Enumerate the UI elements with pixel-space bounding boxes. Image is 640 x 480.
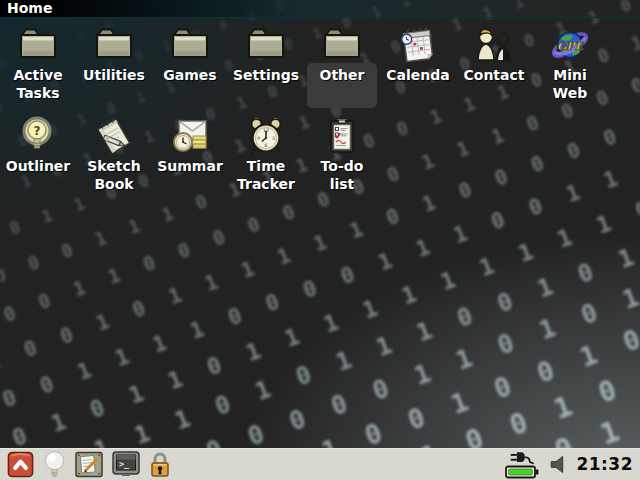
terminal-button[interactable] (112, 451, 140, 477)
todo-clipboard-icon (322, 116, 362, 156)
icon-label: Time Tracker (237, 157, 295, 193)
notes-button[interactable] (75, 451, 103, 478)
folder-icon (246, 25, 286, 65)
icon-label: Mini Web (553, 66, 587, 102)
desktop-icon-games[interactable]: Games (152, 25, 228, 102)
padlock-icon (149, 450, 171, 478)
volume-control[interactable] (547, 454, 566, 475)
folder-icon (322, 25, 362, 65)
desktop-icon-row-1: Active Tasks Utilities Games Settings Ot… (0, 25, 608, 102)
desktop-icon-sketch-book[interactable]: Sketch Book (76, 116, 152, 193)
icon-label: Other (320, 66, 365, 84)
terminal-icon (112, 451, 140, 477)
status-tray: 21:32 (503, 450, 635, 479)
icon-label: Contact (464, 66, 525, 84)
taskbar-clock[interactable]: 21:32 (576, 454, 633, 474)
page-title: Home (7, 0, 52, 17)
taskbar: 21:32 (0, 448, 640, 480)
menu-up-arrow-icon (7, 451, 34, 478)
folder-icon (94, 25, 134, 65)
icon-label: Sketch Book (87, 157, 140, 193)
icon-label: Games (163, 66, 216, 84)
speaker-icon (547, 454, 566, 475)
lightbulb-question-icon (18, 116, 58, 156)
desktop-icon-time-tracker[interactable]: Time Tracker (228, 116, 304, 193)
desktop-icon-active-tasks[interactable]: Active Tasks (0, 25, 76, 102)
icon-label: Active Tasks (13, 66, 62, 102)
desktop-icon-settings[interactable]: Settings (228, 25, 304, 102)
desktop-icon-summary[interactable]: Summar (152, 116, 228, 193)
icon-label: Settings (233, 66, 299, 84)
icon-label: To-do list (321, 157, 364, 193)
calendar-icon (398, 25, 438, 65)
ac-plug-icon (509, 450, 535, 465)
battery-status[interactable] (503, 450, 541, 479)
desktop-screen: 1 1 1 1 1 1 0 0 0 0 1 1 1 0 0 0 1 1 1 0 … (0, 0, 640, 480)
contacts-icon (474, 25, 514, 65)
icon-label: Utilities (83, 66, 145, 84)
battery-full-green-icon (505, 465, 539, 479)
desktop-icon-row-2: Outliner Sketch Book Summar Time Tracker… (0, 116, 380, 193)
lock-button[interactable] (149, 450, 171, 478)
lightbulb-icon (43, 450, 66, 479)
desktop-icon-todo-list[interactable]: To-do list (304, 116, 380, 193)
icon-label: Outliner (6, 157, 71, 175)
desktop-icon-calendar[interactable]: Calenda (380, 25, 456, 102)
desktop-icon-outliner[interactable]: Outliner (0, 116, 76, 193)
icon-label: Calenda (386, 66, 449, 84)
desktop-icon-mini-web[interactable]: Mini Web (532, 25, 608, 102)
folder-icon (18, 25, 58, 65)
envelope-clock-icon (170, 116, 210, 156)
alarm-clock-icon (246, 116, 286, 156)
folder-icon (170, 25, 210, 65)
desktop-icon-utilities[interactable]: Utilities (76, 25, 152, 102)
menu-button[interactable] (7, 451, 34, 478)
sketchpad-pen-icon (94, 116, 134, 156)
desktop-icon-contacts[interactable]: Contact (456, 25, 532, 102)
titlebar: Home (0, 0, 640, 18)
backlight-button[interactable] (43, 450, 66, 479)
desktop-icon-other[interactable]: Other (304, 25, 380, 102)
notes-pencil-icon (75, 451, 103, 478)
gpe-globe-icon (550, 25, 590, 65)
icon-label: Summar (157, 157, 223, 175)
